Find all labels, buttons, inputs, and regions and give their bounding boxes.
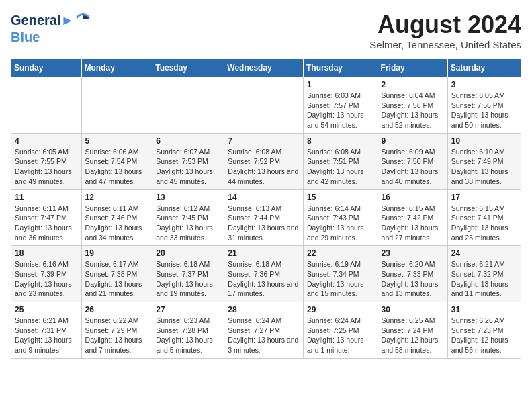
day-number: 17 [451,193,517,202]
day-info: Sunrise: 6:07 AMSunset: 7:53 PMDaylight:… [156,147,220,187]
day-info: Sunrise: 6:14 AMSunset: 7:43 PMDaylight:… [307,203,374,243]
day-info: Sunrise: 6:18 AMSunset: 7:36 PMDaylight:… [228,259,300,299]
calendar-cell: 19 Sunrise: 6:17 AMSunset: 7:38 PMDaylig… [81,246,152,302]
page-header: General► Blue August 2024 Selmer, Tennes… [11,11,521,50]
calendar-week-5: 25 Sunrise: 6:21 AMSunset: 7:31 PMDaylig… [11,302,521,359]
day-number: 20 [156,248,220,258]
calendar-cell: 8 Sunrise: 6:08 AMSunset: 7:51 PMDayligh… [303,133,378,189]
day-number: 16 [382,193,444,202]
day-info: Sunrise: 6:03 AMSunset: 7:57 PMDaylight:… [307,91,374,130]
day-info: Sunrise: 6:21 AMSunset: 7:32 PMDaylight:… [451,259,517,299]
day-number: 11 [15,193,78,202]
day-number: 14 [228,193,300,202]
calendar-table: Sunday Monday Tuesday Wednesday Thursday… [11,58,521,359]
day-number: 12 [85,193,149,202]
day-info: Sunrise: 6:24 AMSunset: 7:25 PMDaylight:… [307,316,374,355]
header-monday: Monday [81,59,152,77]
day-number: 23 [382,248,444,258]
day-number: 22 [307,248,374,258]
day-number: 18 [15,248,78,258]
day-number: 13 [156,193,220,202]
day-info: Sunrise: 6:19 AMSunset: 7:34 PMDaylight:… [307,259,374,299]
day-number: 29 [307,305,374,314]
day-info: Sunrise: 6:12 AMSunset: 7:45 PMDaylight:… [156,203,220,243]
day-info: Sunrise: 6:11 AMSunset: 7:47 PMDaylight:… [15,203,78,243]
calendar-cell: 3 Sunrise: 6:05 AMSunset: 7:56 PMDayligh… [447,77,521,134]
calendar-cell: 7 Sunrise: 6:08 AMSunset: 7:52 PMDayligh… [224,133,304,189]
day-number: 27 [156,305,220,314]
day-info: Sunrise: 6:05 AMSunset: 7:55 PMDaylight:… [15,147,78,187]
day-info: Sunrise: 6:26 AMSunset: 7:23 PMDaylight:… [451,316,517,355]
calendar-cell: 21 Sunrise: 6:18 AMSunset: 7:36 PMDaylig… [224,246,304,302]
calendar-cell: 11 Sunrise: 6:11 AMSunset: 7:47 PMDaylig… [11,189,82,246]
day-number: 8 [307,136,374,146]
logo: General► Blue [11,11,93,44]
day-number: 24 [451,248,517,258]
logo-icon [74,11,93,30]
calendar-cell: 20 Sunrise: 6:18 AMSunset: 7:37 PMDaylig… [152,246,224,302]
day-info: Sunrise: 6:15 AMSunset: 7:42 PMDaylight:… [382,203,444,243]
calendar-week-1: 1 Sunrise: 6:03 AMSunset: 7:57 PMDayligh… [11,77,521,134]
calendar-cell: 9 Sunrise: 6:09 AMSunset: 7:50 PMDayligh… [378,133,447,189]
page-title: August 2024 [369,11,521,39]
day-info: Sunrise: 6:08 AMSunset: 7:51 PMDaylight:… [307,147,374,187]
day-info: Sunrise: 6:18 AMSunset: 7:37 PMDaylight:… [156,259,220,299]
header-tuesday: Tuesday [152,59,224,77]
header-friday: Friday [378,59,447,77]
calendar-cell: 28 Sunrise: 6:24 AMSunset: 7:27 PMDaylig… [224,302,304,359]
day-info: Sunrise: 6:21 AMSunset: 7:31 PMDaylight:… [15,316,78,355]
calendar-cell: 27 Sunrise: 6:23 AMSunset: 7:28 PMDaylig… [152,302,224,359]
calendar-cell: 5 Sunrise: 6:06 AMSunset: 7:54 PMDayligh… [81,133,152,189]
calendar-cell [81,77,152,134]
header-sunday: Sunday [11,59,82,77]
day-number: 30 [382,305,444,314]
page-subtitle: Selmer, Tennessee, United States [369,39,521,50]
calendar-cell: 31 Sunrise: 6:26 AMSunset: 7:23 PMDaylig… [447,302,521,359]
calendar-cell: 29 Sunrise: 6:24 AMSunset: 7:25 PMDaylig… [303,302,378,359]
day-info: Sunrise: 6:23 AMSunset: 7:28 PMDaylight:… [156,316,220,355]
header-thursday: Thursday [303,59,378,77]
day-number: 10 [451,136,517,146]
calendar-week-3: 11 Sunrise: 6:11 AMSunset: 7:47 PMDaylig… [11,189,521,246]
day-info: Sunrise: 6:08 AMSunset: 7:52 PMDaylight:… [228,147,300,187]
day-number: 21 [228,248,300,258]
day-info: Sunrise: 6:20 AMSunset: 7:33 PMDaylight:… [382,259,444,299]
day-info: Sunrise: 6:10 AMSunset: 7:49 PMDaylight:… [451,147,517,187]
day-number: 2 [382,80,444,89]
calendar-cell: 17 Sunrise: 6:15 AMSunset: 7:41 PMDaylig… [447,189,521,246]
calendar-cell: 30 Sunrise: 6:25 AMSunset: 7:24 PMDaylig… [378,302,447,359]
day-number: 1 [307,80,374,89]
calendar-cell: 26 Sunrise: 6:22 AMSunset: 7:29 PMDaylig… [81,302,152,359]
day-number: 28 [228,305,300,314]
weekday-header-row: Sunday Monday Tuesday Wednesday Thursday… [11,59,521,77]
title-block: August 2024 Selmer, Tennessee, United St… [369,11,521,50]
day-number: 5 [85,136,149,146]
day-number: 7 [228,136,300,146]
calendar-cell: 24 Sunrise: 6:21 AMSunset: 7:32 PMDaylig… [447,246,521,302]
calendar-cell: 16 Sunrise: 6:15 AMSunset: 7:42 PMDaylig… [378,189,447,246]
day-number: 9 [382,136,444,146]
day-number: 26 [85,305,149,314]
calendar-cell: 23 Sunrise: 6:20 AMSunset: 7:33 PMDaylig… [378,246,447,302]
day-info: Sunrise: 6:09 AMSunset: 7:50 PMDaylight:… [382,147,444,187]
day-number: 15 [307,193,374,202]
calendar-cell [11,77,82,134]
logo-text: General► [11,13,74,28]
day-info: Sunrise: 6:15 AMSunset: 7:41 PMDaylight:… [451,203,517,243]
day-number: 31 [451,305,517,314]
calendar-cell: 22 Sunrise: 6:19 AMSunset: 7:34 PMDaylig… [303,246,378,302]
day-info: Sunrise: 6:05 AMSunset: 7:56 PMDaylight:… [451,91,517,130]
calendar-week-2: 4 Sunrise: 6:05 AMSunset: 7:55 PMDayligh… [11,133,521,189]
day-info: Sunrise: 6:24 AMSunset: 7:27 PMDaylight:… [228,316,300,355]
calendar-cell: 14 Sunrise: 6:13 AMSunset: 7:44 PMDaylig… [224,189,304,246]
day-number: 6 [156,136,220,146]
header-wednesday: Wednesday [224,59,304,77]
calendar-cell: 1 Sunrise: 6:03 AMSunset: 7:57 PMDayligh… [303,77,378,134]
calendar-week-4: 18 Sunrise: 6:16 AMSunset: 7:39 PMDaylig… [11,246,521,302]
calendar-cell: 10 Sunrise: 6:10 AMSunset: 7:49 PMDaylig… [447,133,521,189]
calendar-cell: 6 Sunrise: 6:07 AMSunset: 7:53 PMDayligh… [152,133,224,189]
day-info: Sunrise: 6:22 AMSunset: 7:29 PMDaylight:… [85,316,149,355]
calendar-cell: 18 Sunrise: 6:16 AMSunset: 7:39 PMDaylig… [11,246,82,302]
calendar-cell: 4 Sunrise: 6:05 AMSunset: 7:55 PMDayligh… [11,133,82,189]
day-number: 25 [15,305,78,314]
